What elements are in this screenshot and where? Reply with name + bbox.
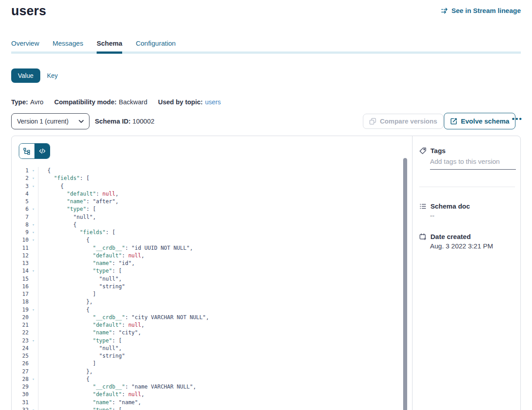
key-toggle-button[interactable]: Key: [44, 68, 60, 83]
fold-toggle-icon[interactable]: ▾: [29, 183, 38, 190]
line-number: 4: [12, 190, 29, 198]
line-number: 20: [12, 314, 29, 321]
code-text: ]: [38, 290, 403, 298]
fold-spacer: [29, 252, 38, 260]
code-line: 7 "null",: [12, 214, 403, 221]
compare-versions-button[interactable]: Compare versions: [363, 114, 443, 129]
code-line: 16 "string": [12, 283, 403, 290]
code-line: 22 "name": "city",: [12, 329, 403, 337]
line-number: 18: [12, 298, 29, 306]
schema-doc-icon: [419, 203, 426, 210]
add-tags-input[interactable]: [430, 158, 516, 170]
code-view-button[interactable]: [34, 144, 50, 158]
code-text: "type": [: [38, 406, 403, 410]
value-toggle-button[interactable]: Value: [11, 68, 40, 83]
tab-overview[interactable]: Overview: [11, 39, 39, 54]
fold-spacer: [29, 214, 38, 221]
fold-toggle-icon[interactable]: ▾: [29, 205, 38, 213]
code-text: {: [38, 221, 403, 229]
fold-toggle-icon[interactable]: ▾: [29, 167, 38, 175]
code-text: "string": [38, 283, 403, 290]
tab-schema[interactable]: Schema: [97, 39, 123, 54]
compare-icon: [369, 118, 376, 125]
more-options-button[interactable]: •••: [512, 115, 523, 124]
code-editor[interactable]: 1▾{2▾ "fields": [3▾ {4 "default": null,5…: [12, 167, 403, 410]
version-select[interactable]: Version 1 (current): [11, 113, 89, 129]
line-number: 16: [12, 283, 29, 290]
version-select-value: Version 1 (current): [17, 118, 68, 125]
line-number: 21: [12, 321, 29, 329]
topic-link[interactable]: users: [205, 98, 221, 106]
code-line: 31 "name": "name",: [12, 399, 403, 406]
code-line: 30 "default": null,: [12, 391, 403, 398]
code-line: 11 "__crdb__": "id UUID NOT NULL",: [12, 244, 403, 252]
code-text: "null",: [38, 214, 403, 221]
fold-toggle-icon[interactable]: ▾: [29, 267, 38, 275]
tab-messages[interactable]: Messages: [53, 39, 83, 54]
code-text: "__crdb__": "name VARCHAR NULL",: [38, 383, 403, 391]
code-line: 27 },: [12, 368, 403, 376]
line-number: 13: [12, 260, 29, 267]
code-line: 26 ]: [12, 360, 403, 367]
stream-lineage-link[interactable]: See in Stream lineage: [441, 7, 521, 14]
code-text: "__crdb__": "id UUID NOT NULL",: [38, 244, 403, 252]
fold-toggle-icon[interactable]: ▾: [29, 229, 38, 236]
compatibility-field: Compatibility mode:Backward: [54, 98, 147, 106]
schema-id-value: 100002: [132, 118, 154, 125]
editor-scrollbar[interactable]: [403, 158, 407, 410]
code-text: "fields": [: [38, 229, 403, 236]
fold-toggle-icon[interactable]: ▾: [29, 337, 38, 345]
fold-spacer: [29, 399, 38, 406]
schema-doc-value: --: [430, 212, 434, 219]
tree-view-button[interactable]: [19, 144, 34, 158]
code-line: 20 "__crdb__": "city VARCHAR NOT NULL",: [12, 314, 403, 321]
code-line: 21 "default": null,: [12, 321, 403, 329]
fold-spacer: [29, 298, 38, 306]
evolve-schema-label: Evolve schema: [461, 117, 509, 125]
fold-spacer: [29, 352, 38, 360]
line-number: 10: [12, 236, 29, 244]
line-number: 5: [12, 198, 29, 205]
line-number: 29: [12, 383, 29, 391]
fold-spacer: [29, 190, 38, 198]
compare-versions-label: Compare versions: [380, 118, 437, 125]
fold-toggle-icon[interactable]: ▾: [29, 175, 38, 182]
code-line: 28▾ {: [12, 376, 403, 383]
date-created-icon: [419, 233, 426, 240]
fold-spacer: [29, 391, 38, 398]
tags-title: Tags: [430, 147, 446, 154]
evolve-schema-button[interactable]: Evolve schema: [444, 113, 515, 129]
schema-id-field: Schema ID: 100002: [95, 118, 154, 125]
line-number: 1: [12, 167, 29, 175]
tags-section-header: Tags: [419, 147, 446, 154]
code-line: 23▾ "type": [: [12, 337, 403, 345]
code-line: 4 "default": null,: [12, 190, 403, 198]
line-number: 17: [12, 290, 29, 298]
fold-toggle-icon[interactable]: ▾: [29, 406, 38, 410]
code-line: 19▾ {: [12, 306, 403, 314]
code-line: 32▾ "type": [: [12, 406, 403, 410]
code-text: },: [38, 368, 403, 376]
line-number: 26: [12, 360, 29, 367]
code-text: {: [38, 183, 403, 190]
code-text: "name": "after",: [38, 198, 403, 205]
fold-toggle-icon[interactable]: ▾: [29, 221, 38, 229]
code-line: 10▾ {: [12, 236, 403, 244]
fold-spacer: [29, 360, 38, 367]
code-line: 15 "null",: [12, 275, 403, 283]
fold-toggle-icon[interactable]: ▾: [29, 306, 38, 314]
schema-card: 1▾{2▾ "fields": [3▾ {4 "default": null,5…: [11, 136, 521, 410]
tab-configuration[interactable]: Configuration: [136, 39, 175, 54]
fold-toggle-icon[interactable]: ▾: [29, 236, 38, 244]
code-view-icon: [39, 148, 46, 154]
fold-spacer: [29, 244, 38, 252]
fold-spacer: [29, 314, 38, 321]
used-by-topic-field: Used by topic:users: [158, 98, 221, 106]
code-line: 14▾ "type": [: [12, 267, 403, 275]
line-number: 22: [12, 329, 29, 337]
code-line: 12 "default": null,: [12, 252, 403, 260]
code-text: "string": [38, 352, 403, 360]
code-line: 2▾ "fields": [: [12, 175, 403, 182]
fold-toggle-icon[interactable]: ▾: [29, 376, 38, 383]
code-text: {: [38, 376, 403, 383]
